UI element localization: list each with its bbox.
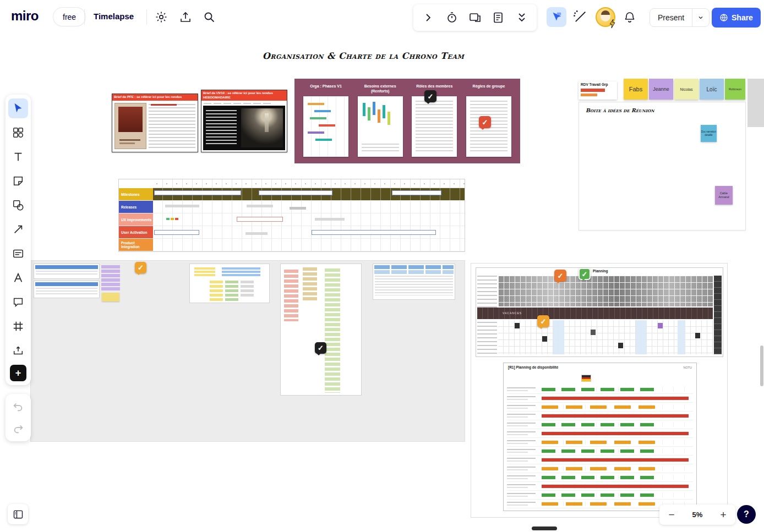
highlight-column: [636, 320, 647, 354]
present-control: Present: [650, 8, 710, 27]
miro-logo[interactable]: miro: [11, 8, 39, 24]
sticky-note-fabs[interactable]: Fabs: [624, 79, 648, 100]
timer-icon[interactable]: [445, 11, 459, 24]
planning-grid-top: [498, 276, 713, 306]
approval-stamp-black[interactable]: ✓: [315, 342, 326, 354]
pen-tool[interactable]: [8, 268, 28, 288]
text-tool[interactable]: [8, 147, 28, 167]
roadmap-gantt[interactable]: MilestonesReleasesUX ImprovementsUser Ac…: [118, 179, 465, 252]
approval-stamp-red[interactable]: ✓: [479, 116, 491, 128]
upload-tool[interactable]: [8, 341, 28, 360]
sticky-note-loïc[interactable]: Loïc: [700, 79, 724, 100]
purple-sticky-stack[interactable]: [101, 265, 120, 292]
help-button[interactable]: ?: [737, 505, 756, 524]
more-tools-chevrons-icon[interactable]: [515, 11, 528, 24]
check-icon: ✓: [541, 318, 547, 325]
mini-table-2[interactable]: [34, 281, 100, 298]
highlight-column: [678, 320, 685, 354]
share-label: Share: [732, 13, 753, 22]
rdv-travail-title: RDV Travail Grp: [581, 83, 615, 86]
zoom-in-button[interactable]: +: [718, 509, 729, 520]
zoom-out-button[interactable]: −: [666, 509, 677, 520]
gantt-row-label: Releases: [119, 201, 153, 213]
select-tool[interactable]: [8, 98, 28, 118]
availability-row: [507, 412, 693, 420]
sticky-note-doc-narration[interactable]: Doc narration détaillé: [701, 125, 717, 142]
board-canvas[interactable]: Organisation & Charte de la Chrono Team …: [0, 0, 764, 532]
notes-icon[interactable]: [492, 11, 505, 24]
present-button[interactable]: Present: [650, 9, 692, 26]
availability-row: [507, 447, 693, 456]
retro-boards-frame[interactable]: [30, 260, 465, 442]
zoom-panel: − 5% +: [659, 504, 735, 525]
settings-gear-icon[interactable]: [155, 10, 168, 24]
sticky-note-nicolas[interactable]: Nicolas: [674, 79, 698, 100]
orga-panel-title: Besoins externes (Renforts): [358, 84, 403, 96]
planning-title: Planning: [593, 269, 608, 273]
check-icon: ✓: [582, 271, 588, 278]
availability-table[interactable]: [R1] Planning de disponibilité NOTU: [503, 363, 697, 511]
timelapse-button[interactable]: Timelapse: [94, 12, 134, 21]
board-title: Organisation & Charte de la Chrono Team: [253, 51, 473, 61]
sticky-note-cable-armand[interactable]: Cable Armand: [715, 186, 733, 205]
orga-panel[interactable]: Besoins externes (Renforts): [358, 84, 403, 157]
orga-panel-title: Règles de groupe: [466, 84, 511, 96]
horizontal-scrollbar[interactable]: [532, 526, 557, 530]
gantt-rows: MilestonesReleasesUX ImprovementsUser Ac…: [119, 188, 465, 251]
frame-tool[interactable]: [8, 316, 28, 336]
planning-chart[interactable]: Planning VACANCES: [476, 267, 723, 357]
collaborator-cursors-toggle[interactable]: [547, 7, 566, 27]
search-icon[interactable]: [203, 10, 216, 24]
share-button[interactable]: Share: [712, 8, 761, 28]
approval-stamp-yellow[interactable]: ✓: [537, 315, 549, 327]
redo-icon[interactable]: [8, 420, 28, 437]
connection-line-tool[interactable]: [8, 220, 28, 239]
availability-row: [507, 403, 693, 412]
sticky-note-tool[interactable]: [8, 171, 28, 191]
availability-row: [507, 473, 693, 482]
card-tool[interactable]: [8, 244, 28, 264]
approval-stamp-yellow[interactable]: ✓: [135, 262, 146, 273]
present-dropdown-chevron[interactable]: [692, 9, 709, 26]
planning-frame[interactable]: Planning VACANCES [R1] Planning: [471, 263, 728, 518]
idea-box-title: Boite à idées de Réunion: [586, 107, 654, 113]
vertical-scrollbar[interactable]: [760, 345, 763, 386]
notifications-bell-icon[interactable]: [623, 10, 636, 24]
sticky-note-robinson[interactable]: Robinson: [725, 79, 745, 100]
doc-strip: [201, 101, 287, 106]
shapes-tool[interactable]: [8, 195, 28, 215]
plan-badge[interactable]: free: [53, 8, 85, 26]
mini-board-columns[interactable]: [189, 264, 270, 303]
approval-stamp-green[interactable]: ✓: [579, 268, 591, 280]
toggle-sidebar-button[interactable]: [8, 504, 28, 524]
availability-row: [507, 385, 693, 394]
undo-icon[interactable]: [8, 398, 28, 415]
zoom-level[interactable]: 5%: [692, 511, 703, 519]
doc-card-pfe-body: [112, 101, 198, 151]
chevron-right-icon[interactable]: [422, 11, 435, 24]
gantt-row-body: [153, 239, 465, 251]
approval-stamp-black[interactable]: ✓: [424, 90, 436, 102]
planning-dark-column: [714, 276, 722, 354]
user-avatar[interactable]: [596, 7, 615, 27]
more-tools-button[interactable]: +: [10, 365, 26, 381]
doc-card-uv10[interactable]: Brief de UV10 : se référer ici pour les …: [201, 90, 287, 152]
tall-kanban-board[interactable]: [280, 264, 362, 396]
templates-tool[interactable]: [8, 123, 28, 142]
sticky-note-jeanne[interactable]: Jeanne: [649, 79, 673, 100]
mini-table-3[interactable]: [373, 264, 455, 300]
divider: [146, 9, 147, 25]
comment-tool[interactable]: [8, 292, 28, 312]
availability-row: [507, 491, 693, 500]
availability-title: [R1] Planning de disponibilité: [508, 365, 558, 369]
laser-pointer-icon[interactable]: [572, 9, 588, 25]
orga-panel[interactable]: Orga : Phases V1: [303, 84, 348, 157]
rdv-travail-card[interactable]: RDV Travail Grp: [579, 81, 617, 100]
export-upload-icon[interactable]: [179, 10, 192, 24]
doc-card-pfe[interactable]: Brief de PFE : se référer ici pour les r…: [112, 94, 198, 152]
mini-table-1[interactable]: [34, 264, 100, 279]
yellow-sticky[interactable]: [102, 293, 119, 301]
idea-box-frame[interactable]: Boite à idées de Réunion Doc narration d…: [579, 102, 746, 231]
approval-stamp-orange[interactable]: ✓: [554, 270, 566, 282]
media-board-icon[interactable]: [468, 11, 482, 24]
